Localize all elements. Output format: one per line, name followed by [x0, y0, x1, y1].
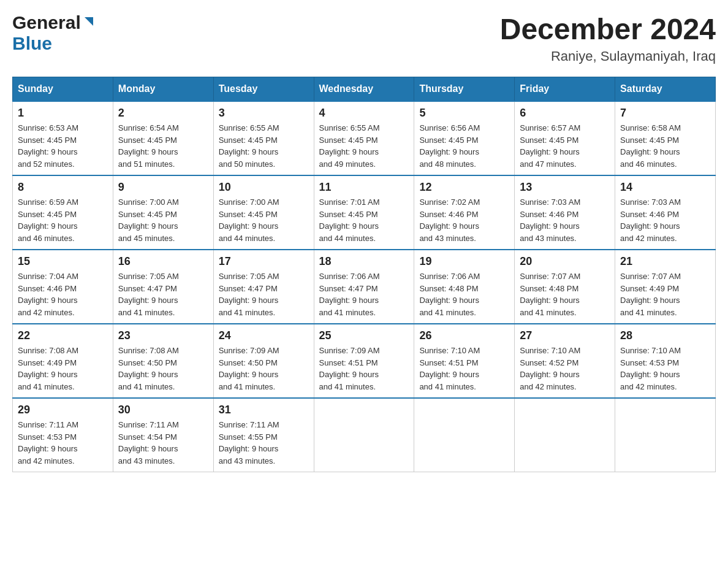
day-number: 5: [419, 107, 509, 120]
calendar-cell: 9 Sunrise: 7:00 AMSunset: 4:45 PMDayligh…: [113, 175, 213, 250]
day-info: Sunrise: 7:06 AMSunset: 4:47 PMDaylight:…: [319, 272, 380, 317]
day-info: Sunrise: 7:10 AMSunset: 4:53 PMDaylight:…: [620, 346, 681, 391]
week-row-3: 15 Sunrise: 7:04 AMSunset: 4:46 PMDaylig…: [13, 250, 716, 324]
calendar-cell: 6 Sunrise: 6:57 AMSunset: 4:45 PMDayligh…: [515, 101, 615, 175]
calendar-cell: 21 Sunrise: 7:07 AMSunset: 4:49 PMDaylig…: [615, 250, 716, 324]
location-title: Raniye, Sulaymaniyah, Iraq: [500, 48, 716, 64]
col-header-saturday: Saturday: [615, 77, 716, 102]
day-info: Sunrise: 6:58 AMSunset: 4:45 PMDaylight:…: [620, 123, 681, 169]
day-info: Sunrise: 7:07 AMSunset: 4:49 PMDaylight:…: [620, 272, 681, 317]
calendar-cell: 8 Sunrise: 6:59 AMSunset: 4:45 PMDayligh…: [13, 175, 113, 250]
day-info: Sunrise: 7:09 AMSunset: 4:51 PMDaylight:…: [319, 346, 380, 391]
calendar-cell: 22 Sunrise: 7:08 AMSunset: 4:49 PMDaylig…: [13, 324, 113, 398]
day-number: 14: [620, 181, 710, 194]
calendar-cell: 16 Sunrise: 7:05 AMSunset: 4:47 PMDaylig…: [113, 250, 213, 324]
day-number: 17: [219, 255, 309, 268]
calendar-cell: 17 Sunrise: 7:05 AMSunset: 4:47 PMDaylig…: [213, 250, 314, 324]
day-info: Sunrise: 7:00 AMSunset: 4:45 PMDaylight:…: [118, 197, 179, 243]
calendar-cell: 30 Sunrise: 7:11 AMSunset: 4:54 PMDaylig…: [113, 398, 213, 472]
calendar-table: SundayMondayTuesdayWednesdayThursdayFrid…: [12, 77, 716, 472]
calendar-cell: 27 Sunrise: 7:10 AMSunset: 4:52 PMDaylig…: [515, 324, 615, 398]
day-number: 20: [520, 255, 610, 268]
calendar-cell: [515, 398, 615, 472]
week-row-1: 1 Sunrise: 6:53 AMSunset: 4:45 PMDayligh…: [13, 101, 716, 175]
day-number: 29: [18, 404, 108, 416]
day-number: 19: [419, 255, 509, 268]
day-number: 16: [118, 255, 208, 268]
day-info: Sunrise: 7:10 AMSunset: 4:52 PMDaylight:…: [520, 346, 580, 391]
day-info: Sunrise: 7:02 AMSunset: 4:46 PMDaylight:…: [419, 197, 480, 243]
title-area: December 2024 Raniye, Sulaymaniyah, Iraq: [500, 12, 716, 64]
day-info: Sunrise: 6:54 AMSunset: 4:45 PMDaylight:…: [118, 123, 179, 169]
day-info: Sunrise: 7:11 AMSunset: 4:53 PMDaylight:…: [18, 420, 78, 465]
calendar-cell: 15 Sunrise: 7:04 AMSunset: 4:46 PMDaylig…: [13, 250, 113, 324]
col-header-monday: Monday: [113, 77, 213, 102]
day-number: 21: [620, 255, 710, 268]
day-info: Sunrise: 7:07 AMSunset: 4:48 PMDaylight:…: [520, 272, 580, 317]
calendar-cell: 7 Sunrise: 6:58 AMSunset: 4:45 PMDayligh…: [615, 101, 716, 175]
col-header-thursday: Thursday: [414, 77, 515, 102]
header-row: SundayMondayTuesdayWednesdayThursdayFrid…: [13, 77, 716, 102]
day-number: 27: [520, 329, 610, 342]
calendar-cell: [414, 398, 515, 472]
day-info: Sunrise: 7:04 AMSunset: 4:46 PMDaylight:…: [18, 272, 78, 317]
day-info: Sunrise: 7:08 AMSunset: 4:50 PMDaylight:…: [118, 346, 179, 391]
day-info: Sunrise: 7:10 AMSunset: 4:51 PMDaylight:…: [419, 346, 480, 391]
day-number: 24: [219, 329, 309, 342]
day-number: 1: [18, 107, 108, 120]
day-number: 11: [319, 181, 409, 194]
calendar-cell: 12 Sunrise: 7:02 AMSunset: 4:46 PMDaylig…: [414, 175, 515, 250]
logo: General Blue: [12, 12, 96, 54]
day-info: Sunrise: 6:55 AMSunset: 4:45 PMDaylight:…: [219, 123, 279, 169]
day-number: 13: [520, 181, 610, 194]
day-info: Sunrise: 6:57 AMSunset: 4:45 PMDaylight:…: [520, 123, 580, 169]
calendar-cell: 29 Sunrise: 7:11 AMSunset: 4:53 PMDaylig…: [13, 398, 113, 472]
calendar-cell: 5 Sunrise: 6:56 AMSunset: 4:45 PMDayligh…: [414, 101, 515, 175]
calendar-cell: 4 Sunrise: 6:55 AMSunset: 4:45 PMDayligh…: [314, 101, 414, 175]
day-info: Sunrise: 7:05 AMSunset: 4:47 PMDaylight:…: [219, 272, 279, 317]
day-info: Sunrise: 7:03 AMSunset: 4:46 PMDaylight:…: [620, 197, 681, 243]
calendar-cell: 14 Sunrise: 7:03 AMSunset: 4:46 PMDaylig…: [615, 175, 716, 250]
calendar-cell: 2 Sunrise: 6:54 AMSunset: 4:45 PMDayligh…: [113, 101, 213, 175]
calendar-cell: 25 Sunrise: 7:09 AMSunset: 4:51 PMDaylig…: [314, 324, 414, 398]
day-info: Sunrise: 6:59 AMSunset: 4:45 PMDaylight:…: [18, 197, 78, 243]
col-header-tuesday: Tuesday: [213, 77, 314, 102]
day-number: 23: [118, 329, 208, 342]
calendar-cell: 10 Sunrise: 7:00 AMSunset: 4:45 PMDaylig…: [213, 175, 314, 250]
calendar-cell: 13 Sunrise: 7:03 AMSunset: 4:46 PMDaylig…: [515, 175, 615, 250]
day-number: 26: [419, 329, 509, 342]
calendar-cell: 18 Sunrise: 7:06 AMSunset: 4:47 PMDaylig…: [314, 250, 414, 324]
day-info: Sunrise: 7:05 AMSunset: 4:47 PMDaylight:…: [118, 272, 179, 317]
day-info: Sunrise: 7:11 AMSunset: 4:55 PMDaylight:…: [219, 420, 279, 465]
day-info: Sunrise: 7:03 AMSunset: 4:46 PMDaylight:…: [520, 197, 580, 243]
day-number: 28: [620, 329, 710, 342]
col-header-wednesday: Wednesday: [314, 77, 414, 102]
svg-marker-0: [85, 17, 93, 26]
day-number: 9: [118, 181, 208, 194]
day-info: Sunrise: 6:56 AMSunset: 4:45 PMDaylight:…: [419, 123, 480, 169]
header: General Blue December 2024 Raniye, Sulay…: [12, 12, 716, 64]
calendar-cell: 1 Sunrise: 6:53 AMSunset: 4:45 PMDayligh…: [13, 101, 113, 175]
calendar-cell: 24 Sunrise: 7:09 AMSunset: 4:50 PMDaylig…: [213, 324, 314, 398]
calendar-cell: 28 Sunrise: 7:10 AMSunset: 4:53 PMDaylig…: [615, 324, 716, 398]
week-row-5: 29 Sunrise: 7:11 AMSunset: 4:53 PMDaylig…: [13, 398, 716, 472]
day-number: 25: [319, 329, 409, 342]
week-row-2: 8 Sunrise: 6:59 AMSunset: 4:45 PMDayligh…: [13, 175, 716, 250]
day-number: 22: [18, 329, 108, 342]
day-info: Sunrise: 7:11 AMSunset: 4:54 PMDaylight:…: [118, 420, 179, 465]
col-header-friday: Friday: [515, 77, 615, 102]
day-number: 30: [118, 404, 208, 416]
day-info: Sunrise: 6:55 AMSunset: 4:45 PMDaylight:…: [319, 123, 380, 169]
day-number: 10: [219, 181, 309, 194]
logo-triangle-icon: [82, 15, 96, 28]
week-row-4: 22 Sunrise: 7:08 AMSunset: 4:49 PMDaylig…: [13, 324, 716, 398]
day-number: 8: [18, 181, 108, 194]
calendar-cell: [615, 398, 716, 472]
day-info: Sunrise: 6:53 AMSunset: 4:45 PMDaylight:…: [18, 123, 78, 169]
day-info: Sunrise: 7:08 AMSunset: 4:49 PMDaylight:…: [18, 346, 78, 391]
day-info: Sunrise: 7:00 AMSunset: 4:45 PMDaylight:…: [219, 197, 279, 243]
calendar-cell: 19 Sunrise: 7:06 AMSunset: 4:48 PMDaylig…: [414, 250, 515, 324]
day-info: Sunrise: 7:09 AMSunset: 4:50 PMDaylight:…: [219, 346, 279, 391]
calendar-cell: 26 Sunrise: 7:10 AMSunset: 4:51 PMDaylig…: [414, 324, 515, 398]
day-number: 6: [520, 107, 610, 120]
